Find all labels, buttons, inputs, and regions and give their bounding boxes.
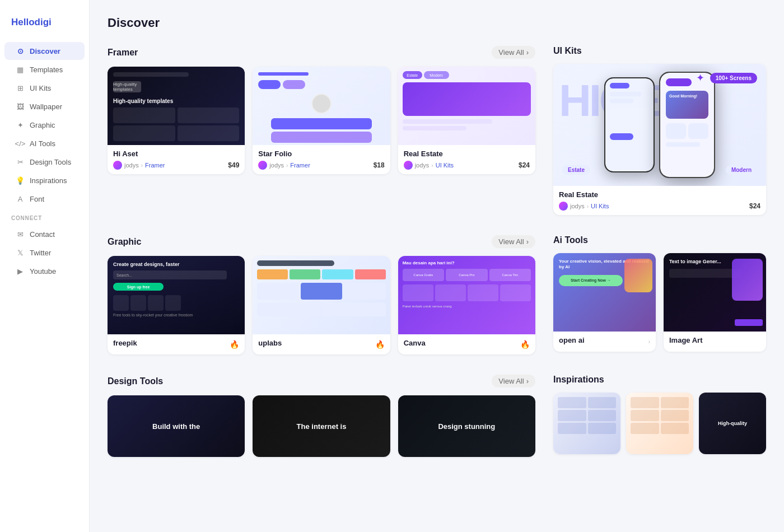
card-insp-2[interactable] (626, 393, 693, 454)
uikits-section-header: UI Kits (553, 46, 766, 56)
sidebar-item-wallpaper[interactable]: 🖼 Wallpaper (4, 97, 85, 115)
design-tools-section: Design Tools View All › Build with the T… (108, 375, 535, 457)
arrow-icon: › (141, 162, 143, 169)
graphic-cards-grid: Create great designs, faster Search... S… (108, 256, 535, 354)
framer-view-all-button[interactable]: View All › (492, 46, 535, 59)
sidebar-item-graphic[interactable]: ✦ Graphic (4, 116, 85, 134)
avatar-hi-aset (113, 161, 122, 170)
card-freepik-footer: freepik 🔥 (108, 334, 245, 354)
card-hi-aset[interactable]: High-quality templates High-quality temp… (108, 67, 245, 174)
card-real-estate-framer[interactable]: Estate Modern Real Estate (398, 67, 535, 174)
card-open-ai-meta: open ai › (559, 336, 650, 347)
youtube-icon: ▶ (16, 267, 25, 276)
inspirations-section: Inspirations (553, 375, 766, 457)
sidebar-item-youtube[interactable]: ▶ Youtube (4, 262, 85, 280)
graphic-section-header: Graphic View All › (108, 235, 535, 248)
compass-icon: ⊙ (16, 46, 25, 55)
top-sections-row: Framer View All › High-quality templates (108, 46, 766, 235)
layout-icon: ▦ (16, 65, 25, 74)
sidebar-item-font[interactable]: A Font (4, 190, 85, 208)
card-canva-footer: Canva 🔥 (398, 334, 535, 354)
sidebar-logo: Hellodigi (0, 11, 89, 41)
card-design-stunning[interactable]: Design stunning (398, 395, 535, 457)
insp-3-text: High-quality (718, 421, 747, 426)
arrow-icon-uikits: › (587, 203, 589, 209)
sidebar-label-wallpaper: Wallpaper (30, 102, 62, 111)
card-image-art-meta: Image Art (669, 336, 760, 347)
card-real-estate-footer: Real Estate jodys › UI Kits $24 (398, 145, 535, 174)
card-uplabs-meta: uplabs 🔥 (258, 339, 384, 350)
avatar-star-folio (258, 161, 267, 170)
graphic-view-all-button[interactable]: View All › (492, 235, 535, 248)
mail-icon: ✉ (16, 230, 25, 239)
sidebar-label-aitools: AI Tools (30, 139, 55, 148)
inspirations-cards-grid: High-quality (553, 393, 766, 454)
sidebar-item-discover[interactable]: ⊙ Discover (4, 42, 85, 60)
card-open-ai[interactable]: Your creative vision, elevated and reali… (553, 253, 656, 352)
card-insp-3[interactable]: High-quality (699, 393, 766, 454)
pentool-icon: ✦ (16, 120, 25, 129)
estate-badge: Estate (562, 165, 590, 175)
card-image-art-footer: Image Art (664, 332, 766, 352)
sidebar-label-youtube: Youtube (30, 267, 56, 276)
framer-section: Framer View All › High-quality templates (108, 46, 535, 215)
sidebar-label-designtools: Design Tools (30, 158, 71, 166)
sidebar-nav: ⊙ Discover ▦ Templates ⊞ UI Kits 🖼 Wallp… (0, 42, 89, 208)
internet-is-text: The internet is (297, 422, 347, 431)
framer-section-title: Framer (108, 48, 138, 58)
sidebar-item-uikits[interactable]: ⊞ UI Kits (4, 79, 85, 97)
sidebar-item-contact[interactable]: ✉ Contact (4, 225, 85, 243)
connect-label: CONNECT (0, 208, 89, 225)
avatar-real-estate (404, 161, 413, 170)
graphic-section: Graphic View All › Create great designs,… (108, 235, 535, 354)
card-real-estate-meta: jodys › UI Kits $24 (404, 161, 530, 170)
arrow-icon-3: › (431, 162, 433, 169)
card-image-art[interactable]: Text to image Gener... Image Art (664, 253, 766, 352)
tool-icon: ✂ (16, 157, 25, 166)
modern-badge: Modern (726, 165, 757, 175)
sidebar-item-designtools[interactable]: ✂ Design Tools (4, 153, 85, 171)
card-build-with[interactable]: Build with the (108, 395, 245, 457)
type-icon: A (16, 194, 25, 203)
chevron-right-icon-design: › (526, 377, 529, 385)
chevron-right-icon-graphic: › (526, 237, 529, 246)
card-insp-1[interactable] (553, 393, 620, 454)
sidebar-label-uikits: UI Kits (30, 84, 51, 92)
uikits-card-name: Real Estate (559, 190, 760, 199)
sidebar-label-contact: Contact (30, 230, 55, 239)
uikits-main-card[interactable]: HIGE (553, 64, 766, 215)
design-tools-view-all-button[interactable]: View All › (492, 375, 535, 388)
chevron-right-icon: › (526, 48, 529, 57)
trending-fire-canva: 🔥 (520, 340, 530, 349)
uikits-card-meta: jodys › UI Kits $24 (559, 202, 760, 211)
card-internet-is[interactable]: The internet is (253, 395, 390, 457)
sidebar-label-templates: Templates (30, 66, 63, 74)
sidebar-item-aitools[interactable]: </> AI Tools (4, 134, 85, 152)
card-star-folio[interactable]: Star Folio jodys › Framer $18 (253, 67, 390, 174)
twitter-icon: 𝕏 (16, 248, 25, 257)
main-content: Discover Framer View All › (90, 0, 784, 532)
sidebar-item-templates[interactable]: ▦ Templates (4, 60, 85, 78)
card-canva[interactable]: Mau desain apa hari ini? Canva Gratis Ca… (398, 256, 535, 354)
sidebar: Hellodigi ⊙ Discover ▦ Templates ⊞ UI Ki… (0, 0, 90, 532)
sidebar-item-twitter[interactable]: 𝕏 Twitter (4, 244, 85, 262)
ai-tools-section-header: Ai Tools (553, 235, 766, 245)
card-hi-aset-name: Hi Aset (113, 150, 239, 158)
uikits-badge: 100+ Screens (710, 73, 757, 83)
card-hi-aset-meta: jodys › Framer $49 (113, 161, 239, 170)
framer-section-header: Framer View All › (108, 46, 535, 59)
uikits-thumb: HIGE (553, 64, 766, 186)
arrow-open-ai: › (648, 339, 650, 345)
sidebar-label-twitter: Twitter (30, 249, 51, 257)
sidebar-label-discover: Discover (30, 47, 60, 55)
card-star-folio-name: Star Folio (258, 150, 384, 158)
page-title: Discover (108, 16, 766, 30)
sidebar-item-inspirations[interactable]: 💡 Inspirations (4, 171, 85, 189)
card-uplabs[interactable]: uplabs 🔥 (253, 256, 390, 354)
card-star-folio-meta: jodys › Framer $18 (258, 161, 384, 170)
card-hi-aset-footer: Hi Aset jodys › Framer $49 (108, 145, 245, 174)
grid-icon: ⊞ (16, 83, 25, 92)
card-freepik[interactable]: Create great designs, faster Search... S… (108, 256, 245, 354)
bottom-sections-row: Design Tools View All › Build with the T… (108, 375, 766, 477)
uikits-section: UI Kits HIGE (553, 46, 766, 215)
